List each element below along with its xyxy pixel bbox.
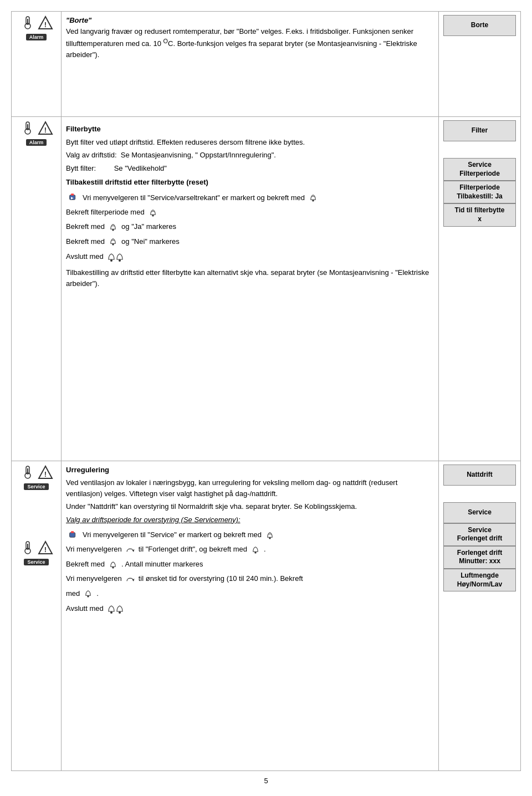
svg-rect-21	[27, 468, 28, 473]
urregulering-content: Urregulering Ved ventilasjon av lokaler …	[62, 461, 439, 771]
step-confirm-tid: med .	[66, 587, 434, 600]
borte-label: Borte	[443, 15, 516, 36]
warning-icon3: !	[38, 465, 53, 480]
rotate-knob-icon4	[124, 573, 136, 585]
filterbytte-content: Filterbytte Bytt filter ved utløpt drift…	[62, 117, 439, 461]
confirm-hand-icon4	[107, 235, 119, 247]
svg-point-14	[152, 215, 154, 216]
thermometer-icon2	[20, 120, 35, 136]
filterbytte-footer: Tilbakestilling av driftstid etter filte…	[66, 267, 434, 289]
urregulering-icons-top: ! Service	[16, 465, 57, 496]
confirm-hand-icon	[307, 191, 319, 203]
urregulering-label-cell: Nattdrift Service ServiceForlenget drift…	[439, 461, 521, 771]
step-exit-urregulering: Avslutt med	[66, 601, 434, 616]
confirm-hand-icon6	[249, 543, 262, 555]
main-content-table: ! Alarm "Borte" Ved langvarig fravær og …	[11, 11, 521, 771]
tid-filterbytte-label: Tid til filterbyttex	[443, 203, 516, 226]
thermometer-icon	[20, 15, 35, 30]
step-rotate-service2: Vri menyvelgeren til "Service" er marker…	[66, 528, 434, 541]
svg-text:!: !	[44, 21, 46, 29]
thermometer-icon4	[20, 540, 35, 555]
svg-point-16	[112, 244, 114, 246]
page-number: 5	[11, 777, 521, 785]
urregulering-icon-cell: ! Service !	[12, 461, 62, 771]
step-confirm-nei: Bekreft med og "Nei" markeres	[66, 235, 434, 248]
svg-point-31	[269, 537, 270, 539]
filterperiode-tilbakestill-label: FilterperiodeTilbakestill: Ja	[443, 181, 516, 203]
confirm-hand-icon2	[147, 206, 159, 218]
nattdrift-label: Nattdrift	[443, 465, 516, 486]
step-confirm-antall: Bekreft med . Antall minutter markeres	[66, 558, 434, 570]
svg-rect-11	[71, 193, 74, 195]
confirm-hand-icon8	[82, 587, 94, 599]
svg-point-17	[110, 259, 112, 262]
exit-hands-icon	[106, 249, 126, 264]
svg-rect-30	[71, 531, 74, 533]
warning-icon2: !	[38, 120, 53, 136]
borte-label-cell: Borte	[439, 12, 521, 117]
svg-rect-26	[27, 544, 28, 549]
filterbytte-label-cell: Filter ServiceFilterperiode Filterperiod…	[439, 117, 521, 461]
filter-label: Filter	[443, 120, 516, 141]
svg-rect-7	[27, 124, 28, 129]
svg-point-18	[119, 259, 121, 262]
service-label: Service	[443, 502, 516, 523]
rotate-knob-icon: ▶	[68, 191, 80, 203]
confirm-hand-icon7	[107, 558, 119, 570]
page: ! Alarm "Borte" Ved langvarig fravær og …	[0, 0, 532, 796]
borte-icon-cell: ! Alarm	[12, 12, 62, 117]
urregulering-title: Urregulering	[66, 465, 434, 476]
borte-content: "Borte" Ved langvarig fravær og redusert…	[62, 12, 439, 117]
svg-rect-29	[70, 533, 75, 537]
forlenget-drift-label: Forlenget driftMinutter: xxx	[443, 546, 516, 569]
exit-hands-icon2	[106, 601, 126, 616]
borte-icons: ! Alarm	[16, 15, 57, 40]
step-rotate-tid: Vri menyvelgeren til ønsket tid for over…	[66, 572, 434, 585]
urregulering-icons-bottom: ! Service	[16, 540, 57, 565]
filterbytte-icons: ! Alarm	[16, 120, 57, 146]
svg-point-13	[312, 200, 314, 201]
borte-row: ! Alarm "Borte" Ved langvarig fravær og …	[12, 12, 521, 117]
borte-text: "Borte" Ved langvarig fravær og redusert…	[66, 15, 434, 60]
service-filterperiode-label: ServiceFilterperiode	[443, 158, 516, 181]
warning-icon: !	[38, 15, 53, 30]
filterbytte-section: Filterbytte Bytt filter ved utløpt drift…	[66, 124, 434, 188]
step-rotate-forlenget: Vri menyvelgeren til "Forlenget drift", …	[66, 543, 434, 555]
svg-point-34	[112, 567, 114, 568]
confirm-hand-icon5	[264, 529, 276, 541]
svg-point-37	[110, 611, 112, 614]
step-exit-filter: Avslutt med	[66, 249, 434, 264]
svg-point-15	[112, 229, 114, 231]
luftmengde-label: LuftmengdeHøy/Norm/Lav	[443, 569, 516, 591]
svg-text:!: !	[44, 126, 46, 134]
urregulering-row: ! Service !	[12, 461, 521, 771]
step-confirm-ja: Bekreft med og "Ja" markeres	[66, 220, 434, 233]
svg-text:!: !	[44, 470, 46, 478]
svg-text:▶: ▶	[71, 197, 74, 200]
svg-point-33	[254, 552, 256, 553]
step-rotate-service: ▶ Vri menyvelgeren til "Service/varseltr…	[66, 191, 434, 204]
svg-text:!: !	[44, 545, 46, 554]
confirm-hand-icon3	[107, 221, 119, 233]
svg-rect-2	[27, 19, 28, 24]
filterbytte-title: Filterbytte	[66, 124, 434, 135]
rotate-knob-icon2	[68, 529, 80, 541]
svg-point-36	[88, 596, 89, 598]
warning-icon4: !	[38, 540, 53, 555]
service-forlenget-label: ServiceForlenget drift	[443, 523, 516, 546]
filterbytte-icon-cell: ! Alarm	[12, 117, 62, 461]
rotate-knob-icon3	[124, 543, 136, 555]
filterbytte-reset-title: Tilbakestill driftstid etter filterbytte…	[66, 177, 434, 188]
svg-point-38	[119, 611, 121, 614]
thermometer-icon3	[20, 465, 35, 480]
step-confirm-filter: Bekreft filterperiode med	[66, 206, 434, 218]
filterbytte-row: ! Alarm Filterbytte Bytt filter ved utlø…	[12, 117, 521, 461]
